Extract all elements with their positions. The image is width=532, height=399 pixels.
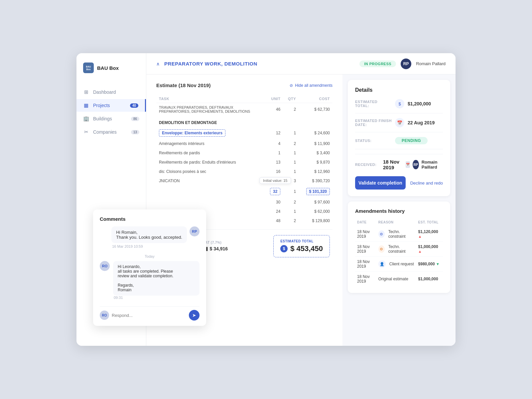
- amt-date: 18 Nov 2019: [355, 227, 376, 242]
- task-qty: 2: [283, 198, 299, 207]
- pending-badge: PENDING: [395, 137, 428, 144]
- col-date: DATE: [355, 219, 376, 227]
- estimate-title: Estimate (18 Nov 2019): [156, 82, 210, 88]
- task-cost: $ 97,600: [299, 198, 332, 207]
- task-qty: 1: [283, 127, 299, 139]
- table-row: Initial value: 15 32 1 $ 101,320: [156, 186, 332, 198]
- task-unit: 1: [265, 148, 283, 158]
- estimate-table: TASK UNIT QTY COST TRAVAUX PREPARATOIRES…: [156, 95, 332, 225]
- task-unit: 24: [265, 207, 283, 216]
- vat-label: VAT (7.7%): [203, 241, 228, 244]
- received-date: 18 Nov 2019: [383, 159, 402, 170]
- sidebar-logo: BAU Box BAU Box: [76, 53, 146, 82]
- sidebar-item-companies[interactable]: ✂ Companies 13: [76, 126, 146, 138]
- sidebar-item-label-companies: Companies: [93, 129, 117, 135]
- task-name: [156, 198, 265, 207]
- task-name: dis: Cloisons posées à sec: [156, 167, 265, 176]
- status-label: STATUS:: [355, 139, 392, 143]
- task-unit: 16: [265, 167, 283, 176]
- task-cost: $ 24,600: [299, 127, 332, 139]
- today-label: Today: [100, 254, 200, 258]
- amendments-card: Amendments history DATE REASON EST. TOTA…: [348, 201, 450, 293]
- sidebar-item-dashboard[interactable]: ⊞ Dashboard: [76, 86, 146, 98]
- eye-off-icon: ⊘: [290, 83, 293, 88]
- amt-total: $1,000,000: [416, 272, 443, 287]
- up-arrow-icon: ▲: [418, 249, 422, 253]
- amt-total: $1,120,000 ▲: [416, 227, 443, 242]
- table-row: JNICATION 56 3 $ 390,720: [156, 176, 332, 186]
- table-row: TRAVAUX PREPARATOIRES, DEFTRAVAUX PREPAR…: [156, 103, 332, 116]
- table-row: Revêtements de pardis: Enduits d'intérie…: [156, 158, 332, 167]
- amendment-row: 18 Nov 2019 Original estimate $1,000,000: [355, 272, 443, 287]
- status-row: STATUS: PENDING: [355, 137, 443, 149]
- status-badge: IN PROGRESS: [359, 61, 396, 67]
- logo-text: BAU Box: [97, 65, 119, 71]
- respond-input[interactable]: [112, 313, 186, 318]
- comment-avatar: RP: [190, 226, 200, 236]
- received-label: RECEIVED:: [355, 163, 380, 167]
- task-unit: 12: [265, 127, 283, 139]
- send-button[interactable]: ➤: [189, 310, 200, 321]
- task-qty: 2: [283, 139, 299, 148]
- gear-icon: ⚙: [378, 230, 385, 238]
- vat: VAT (7.7%) ▦ $ 34,916: [203, 241, 228, 252]
- task-qty: 1: [283, 148, 299, 158]
- estimate-header: Estimate (18 Nov 2019) ⊘ Hide all amendm…: [156, 82, 332, 88]
- validate-completion-button[interactable]: Validate completion: [355, 176, 406, 190]
- amt-reason: Original estimate: [376, 272, 416, 287]
- finish-date-label: ESTIMATED FINISH DATE:: [355, 119, 392, 127]
- estimated-total-box: ESTIMATED TOTAL $ $ 453,450: [273, 235, 330, 257]
- task-cost: $ 101,320: [299, 186, 332, 198]
- initial-value-tooltip: Initial value: 15: [259, 177, 291, 184]
- send-icon: ➤: [192, 313, 196, 318]
- amended-cost-value: $ 101,320: [306, 188, 330, 195]
- amt-total: $1,000,000 ▲: [416, 242, 443, 257]
- gear-orange-icon: ⚙: [378, 245, 385, 253]
- col-cost: COST: [299, 95, 332, 103]
- amendment-row: 18 Nov 2019 👤 Client request $980,000: [355, 257, 443, 272]
- task-unit: 46: [265, 103, 283, 116]
- estimated-total-value: $ $ 453,450: [280, 244, 323, 253]
- task-cost: $ 12,960: [299, 167, 332, 176]
- buildings-icon: 🏢: [83, 116, 89, 122]
- header-user-avatar: RP: [401, 59, 411, 69]
- sidebar-item-buildings[interactable]: 🏢 Buildings 86: [76, 112, 146, 125]
- task-cost: $ 62,000: [299, 207, 332, 216]
- my-avatar: RO: [100, 261, 110, 271]
- table-row: dis: Cloisons posées à sec 16 1 $ 12,960: [156, 167, 332, 176]
- task-cost: $ 62,730: [299, 103, 332, 116]
- reason-cell: 👤 Client request: [378, 260, 414, 268]
- col-unit: UNIT: [265, 95, 283, 103]
- amt-date: 18 Nov 2019: [355, 272, 376, 287]
- task-name: Enveloppe: Elements exterieurs: [156, 127, 265, 139]
- my-comment-time: 09:31: [113, 296, 200, 300]
- card-actions: Validate completion Decline and redo: [355, 176, 443, 190]
- projects-icon: ▦: [83, 102, 89, 108]
- collapse-icon[interactable]: ∧: [156, 61, 160, 66]
- amt-reason: ⚙ Techn. constraint: [376, 242, 416, 257]
- task-cost: $ 9,870: [299, 158, 332, 167]
- task-cost: $ 129,800: [299, 216, 332, 225]
- received-user: 📅 RP Romain Paillard: [406, 160, 443, 170]
- task-qty: 1: [283, 167, 299, 176]
- received-row: RECEIVED: 18 Nov 2019 📅 RP Romain Pailla…: [355, 154, 443, 170]
- task-qty: 1: [283, 158, 299, 167]
- task-cost: $ 390,720: [299, 176, 332, 186]
- respond-avatar: RO: [100, 311, 109, 320]
- hide-amendments-button[interactable]: ⊘ Hide all amendments: [290, 83, 332, 88]
- task-name: Revêtements de pardis: Enduits d'intérie…: [156, 158, 265, 167]
- right-panels: Details ESTIMATED TOTAL: $ $1,200,000 ES…: [342, 74, 456, 346]
- decline-redo-button[interactable]: Decline and redo: [410, 181, 443, 186]
- amendment-row: 18 Nov 2019 ⚙ Techn. constraint $1,000,0…: [355, 242, 443, 257]
- task-unit: 4: [265, 139, 283, 148]
- estimated-total-label: ESTIMATED TOTAL: [280, 239, 323, 243]
- sidebar-item-projects[interactable]: ▦ Projects 40: [76, 99, 146, 112]
- amended-unit-value: 32: [270, 188, 280, 195]
- details-card: Details ESTIMATED TOTAL: $ $1,200,000 ES…: [348, 80, 450, 196]
- amended-task-label: Enveloppe: Elements exterieurs: [159, 129, 225, 137]
- table-row: Enveloppe: Elements exterieurs 12 1 $ 24…: [156, 127, 332, 139]
- sidebar-item-label-dashboard: Dashboard: [93, 89, 116, 95]
- task-name: [156, 186, 265, 198]
- amt-date: 18 Nov 2019: [355, 242, 376, 257]
- section-name: DEMOLITION ET DEMONTAGE: [156, 116, 332, 127]
